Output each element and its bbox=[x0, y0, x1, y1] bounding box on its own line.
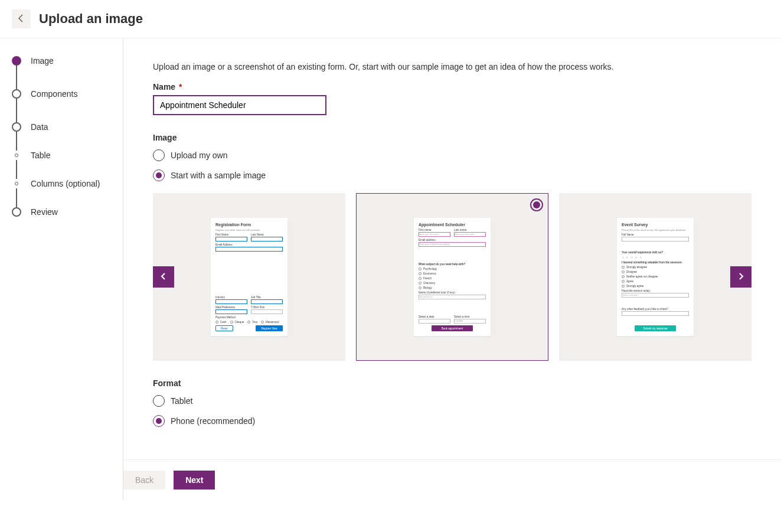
step-sidebar: ImageComponentsDataTableColumns (optiona… bbox=[0, 38, 123, 500]
page-title: Upload an image bbox=[39, 11, 143, 27]
radio-label: Tablet bbox=[171, 396, 192, 406]
step-dot-icon bbox=[12, 207, 21, 217]
step-label: Image bbox=[31, 56, 54, 66]
step-item[interactable]: Columns (optional) bbox=[12, 179, 111, 188]
carousel-next-button[interactable] bbox=[730, 266, 751, 288]
top-bar: Upload an image bbox=[0, 0, 781, 38]
step-label: Columns (optional) bbox=[31, 179, 100, 188]
step-dot-icon bbox=[15, 154, 18, 157]
step-item[interactable]: Image bbox=[12, 56, 111, 66]
chevron-right-icon bbox=[736, 272, 746, 283]
step-dot-icon bbox=[15, 182, 18, 185]
step-connector bbox=[16, 99, 17, 122]
step-item[interactable]: Review bbox=[12, 207, 111, 217]
step-dot-icon bbox=[12, 89, 21, 99]
step-connector bbox=[16, 66, 17, 89]
image-source-option[interactable]: Start with a sample image bbox=[153, 169, 751, 181]
back-arrow-button[interactable] bbox=[12, 9, 31, 28]
step-item[interactable]: Components bbox=[12, 89, 111, 99]
radio-label: Upload my own bbox=[171, 151, 228, 160]
format-section-label: Format bbox=[153, 378, 751, 388]
format-option[interactable]: Tablet bbox=[153, 395, 751, 407]
sample-card[interactable]: Appointment SchedulerFirst name:Enter yo… bbox=[356, 193, 548, 361]
step-connector bbox=[16, 132, 17, 151]
next-button[interactable]: Next bbox=[174, 471, 215, 489]
carousel-prev-button[interactable] bbox=[153, 266, 174, 288]
sample-thumbnail: Appointment SchedulerFirst name:Enter yo… bbox=[414, 218, 491, 336]
sample-card[interactable]: Registration FormRegister now while seat… bbox=[153, 193, 345, 361]
radio-label: Start with a sample image bbox=[171, 171, 266, 180]
radio-icon bbox=[153, 149, 165, 161]
sample-card[interactable]: Event SurveyPlease fill out this short s… bbox=[559, 193, 751, 361]
radio-icon bbox=[153, 415, 165, 427]
radio-icon bbox=[153, 395, 165, 407]
step-dot-icon bbox=[12, 56, 21, 66]
sample-carousel: Registration FormRegister now while seat… bbox=[153, 193, 751, 361]
format-option[interactable]: Phone (recommended) bbox=[153, 415, 751, 427]
selected-indicator-icon bbox=[530, 198, 543, 211]
radio-label: Phone (recommended) bbox=[171, 416, 255, 426]
step-label: Table bbox=[31, 151, 50, 160]
intro-text: Upload an image or a screenshot of an ex… bbox=[153, 62, 751, 71]
image-source-option[interactable]: Upload my own bbox=[153, 149, 751, 161]
image-section-label: Image bbox=[153, 133, 751, 142]
step-label: Review bbox=[31, 207, 58, 217]
name-label: Name * bbox=[153, 82, 751, 92]
step-dot-icon bbox=[12, 122, 21, 132]
required-asterisk: * bbox=[179, 82, 182, 92]
step-label: Components bbox=[31, 89, 77, 99]
arrow-left-icon bbox=[17, 14, 26, 25]
step-connector bbox=[16, 188, 17, 207]
footer-bar: Back Next bbox=[123, 459, 781, 500]
chevron-left-icon bbox=[159, 272, 168, 283]
step-label: Data bbox=[31, 122, 48, 132]
sample-thumbnail: Event SurveyPlease fill out this short s… bbox=[617, 218, 694, 336]
main-panel: Upload an image or a screenshot of an ex… bbox=[123, 38, 781, 500]
sample-thumbnail: Registration FormRegister now while seat… bbox=[211, 218, 287, 336]
step-item[interactable]: Data bbox=[12, 122, 111, 132]
name-input[interactable] bbox=[153, 95, 326, 115]
step-connector bbox=[16, 160, 17, 179]
step-item[interactable]: Table bbox=[12, 151, 111, 160]
back-button[interactable]: Back bbox=[123, 471, 165, 489]
radio-icon bbox=[153, 169, 165, 181]
